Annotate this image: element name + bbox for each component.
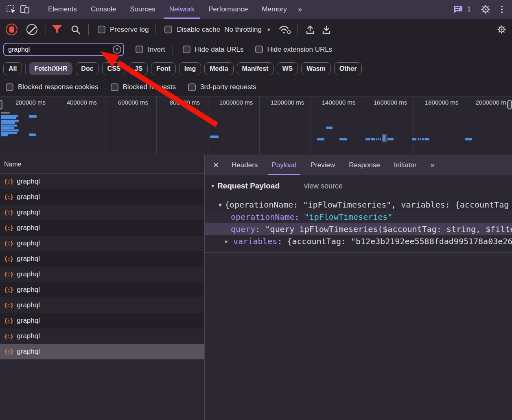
more-detail-tabs-icon[interactable]: » [424,155,442,175]
filter-chip-wasm[interactable]: Wasm [301,62,331,75]
checkbox-box[interactable] [111,83,118,91]
requests-list: {:}graphql{:}graphql{:}graphql{:}graphql… [0,174,204,359]
request-row[interactable]: {:}graphql [0,236,204,251]
requests-table-header[interactable]: Name [0,155,204,174]
checkbox-box[interactable] [255,46,263,53]
expand-triangle-icon[interactable]: ▶ [225,238,233,244]
waterfall-bar [1,112,10,114]
tab-console[interactable]: Console [84,0,123,19]
tab-network[interactable]: Network [162,0,201,19]
divider [25,64,26,74]
network-settings-gear-icon[interactable] [497,25,506,34]
filter-chip-media[interactable]: Media [204,62,233,75]
requests-panel: Name {:}graphql{:}graphql{:}graphql{:}gr… [0,155,204,420]
view-source-link[interactable]: view source [304,182,343,190]
issues-count[interactable]: 1 [467,5,471,13]
request-row[interactable]: {:}graphql [0,189,204,205]
search-icon[interactable] [70,24,81,35]
more-panels-icon[interactable]: » [294,0,306,19]
collapse-triangle-icon[interactable]: ▼ [210,183,215,189]
invert-checkbox[interactable]: Invert [136,46,165,54]
clear-filter-icon[interactable]: ✕ [113,45,121,54]
waterfall-bar [383,135,385,141]
request-row[interactable]: {:}graphql [0,267,204,282]
checkbox-box[interactable] [188,83,196,91]
request-row[interactable]: {:}graphql [0,220,204,236]
request-row[interactable]: {:}graphql [0,251,204,267]
filter-chip-all[interactable]: All [3,62,22,75]
filter-chip-other[interactable]: Other [334,62,362,75]
payload-root-row[interactable]: ▼ {operationName: "ipFlowTimeseries", va… [205,199,512,211]
request-row[interactable]: {:}graphql [0,313,204,328]
request-row[interactable]: {:}graphql [0,174,204,189]
request-row[interactable]: {:}graphql [0,328,204,344]
network-conditions-icon[interactable] [278,24,292,35]
payload-row-variables[interactable]: ▶variables: {accountTag: "b12e3b2192ee55… [205,235,512,247]
checkbox-box[interactable] [98,26,105,33]
request-row[interactable]: {:}graphql [0,282,204,298]
timeline-left-handle[interactable] [0,100,2,109]
detail-tab-response[interactable]: Response [342,155,387,175]
detail-tab-headers[interactable]: Headers [225,155,265,175]
request-row[interactable]: {:}graphql [0,205,204,220]
tab-elements[interactable]: Elements [41,0,84,19]
filter-chip-ws[interactable]: WS [277,62,298,75]
checkbox-blocked-requests[interactable]: Blocked requests [111,83,176,91]
waterfall-bar [424,138,429,140]
detail-tab-payload[interactable]: Payload [265,155,303,175]
tab-performance[interactable]: Performance [201,0,255,19]
filter-funnel-icon[interactable] [52,25,62,35]
inspect-element-icon[interactable] [4,2,18,16]
preserve-log-checkbox[interactable]: Preserve log [98,26,149,34]
checkbox-box[interactable] [136,46,143,53]
checkbox-box[interactable] [164,26,172,33]
request-row[interactable]: {:}graphql [0,344,204,359]
detail-tab-initiator[interactable]: Initiator [387,155,424,175]
filter-input-wrap: ✕ [3,43,124,56]
payload-row-operationname[interactable]: operationName: "ipFlowTimeseries" [205,211,512,223]
device-toolbar-icon[interactable] [18,2,32,16]
close-details-icon[interactable]: ✕ [205,161,225,170]
kebab-menu-icon[interactable] [495,2,509,16]
settings-gear-icon[interactable] [479,2,492,16]
export-har-icon[interactable] [322,24,331,35]
throttling-select[interactable]: No throttling [224,26,262,34]
overview-timeline[interactable]: 200000 ms400000 ms600000 ms800000 ms1000… [0,96,512,155]
detail-tab-preview[interactable]: Preview [304,155,342,175]
chevron-down-icon[interactable]: ▼ [267,27,271,32]
waterfall-bar [1,125,17,127]
json-braces-icon: {:} [4,225,13,231]
filter-chip-fetch-xhr[interactable]: Fetch/XHR [29,62,72,75]
divider [155,24,155,35]
payload-row-query[interactable]: query: "query ipFlowTimeseries($accountT… [205,223,512,235]
request-row[interactable]: {:}graphql [0,298,204,313]
collapse-triangle-icon[interactable]: ▼ [219,202,222,208]
filter-chip-doc[interactable]: Doc [76,62,98,75]
hide-data-urls-label: Hide data URLs [195,46,244,54]
clear-network-log-button[interactable] [26,24,37,35]
tab-memory[interactable]: Memory [255,0,293,19]
checkbox-box[interactable] [183,46,190,53]
issues-message-icon[interactable] [451,2,465,16]
disable-cache-checkbox[interactable]: Disable cache [164,26,220,34]
checkbox-blocked-response-cookies[interactable]: Blocked response cookies [6,83,98,91]
filter-chip-manifest[interactable]: Manifest [237,62,274,75]
request-payload-section[interactable]: ▼ Request Payload view source [205,175,512,194]
filter-chip-font[interactable]: Font [151,62,176,75]
record-network-log-button[interactable] [6,24,18,35]
preserve-log-label: Preserve log [110,26,149,34]
import-har-icon[interactable] [305,24,315,35]
filter-chip-img[interactable]: Img [179,62,201,75]
hide-extension-urls-checkbox[interactable]: Hide extension URLs [255,46,333,54]
timeline-gridline [362,96,362,155]
filter-input[interactable] [3,43,124,56]
hide-data-urls-checkbox[interactable]: Hide data URLs [183,46,244,54]
filter-chip-js[interactable]: JS [129,62,148,75]
checkbox-3rd-party-requests[interactable]: 3rd-party requests [188,83,256,91]
checkbox-box[interactable] [6,83,13,91]
timeline-right-handle[interactable] [507,100,512,109]
name-column-header[interactable]: Name [4,161,22,168]
tab-sources[interactable]: Sources [123,0,162,19]
filter-chip-css[interactable]: CSS [102,62,126,75]
payload-value: "query ipFlowTimeseries($accountTag: str… [265,224,512,234]
